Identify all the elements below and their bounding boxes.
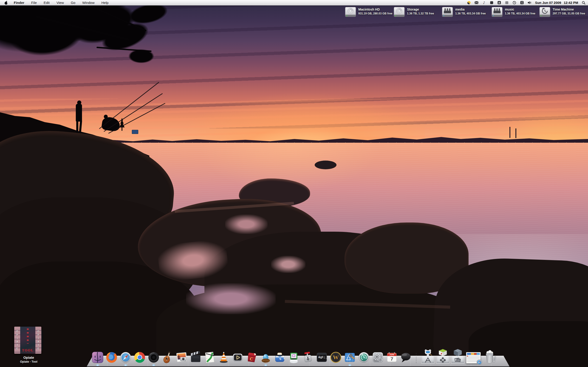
cover-side-text: OPIATE	[16, 330, 19, 350]
dock-item-iphoto[interactable]	[175, 351, 188, 364]
window-banner	[467, 353, 480, 355]
finder-icon	[91, 351, 104, 364]
dock-item-chat-bubble[interactable]	[400, 351, 412, 364]
eject-menu-icon[interactable]	[497, 1, 501, 5]
menu-go[interactable]: Go	[67, 0, 79, 6]
menu-file[interactable]: File	[28, 0, 40, 6]
dock-stack-packages[interactable]	[436, 349, 450, 364]
dock-trash-full[interactable]	[482, 349, 498, 364]
dock-item-media-player[interactable]	[232, 351, 244, 364]
dock-item-egg-nest[interactable]	[259, 351, 272, 364]
white-green-cube-icon	[438, 349, 447, 356]
cover-side-text: OPIATE	[37, 330, 40, 350]
dock-item-xcode[interactable]	[344, 351, 356, 364]
robot-alarm-icon	[423, 349, 433, 356]
trash-can-icon	[482, 349, 498, 364]
firefox-icon	[105, 351, 118, 364]
drive-name: media	[455, 8, 486, 11]
dock-separator	[416, 353, 416, 364]
bluetooth-menu-icon[interactable]	[520, 1, 524, 5]
stack-basket	[436, 356, 450, 364]
menu-bar-status: ♪ Sun Jun 07 2009 12:42 PM	[467, 1, 588, 5]
dock-item-world-of-warcraft[interactable]: W	[330, 351, 342, 364]
menu-window[interactable]: Window	[79, 0, 98, 6]
running-indicator	[96, 364, 99, 366]
drive-info: 297.77 GB, 31.05 GB free	[553, 12, 585, 15]
dock-item-vlc[interactable]	[217, 351, 230, 364]
wallpaper-post	[515, 128, 516, 138]
dock-item-speaker[interactable]	[147, 351, 160, 364]
desktop-icon-time-machine[interactable]: Time Machine 297.77 GB, 31.05 GB free	[539, 7, 585, 17]
dock-stack-photos[interactable]	[451, 349, 464, 364]
wow-icon: W	[330, 351, 342, 364]
drive-info: 1.36 TB, 403.34 GB free	[455, 12, 486, 15]
drive-info: 1.36 TB, 403.34 GB free	[505, 12, 536, 15]
system-preferences-gears-icon	[372, 351, 384, 364]
speaker-icon	[147, 351, 160, 364]
safari-badge-icon	[476, 359, 482, 365]
dock-minimized-safari-window[interactable]	[466, 352, 481, 364]
spaces-menu-icon[interactable]	[505, 1, 509, 5]
menu-help[interactable]: Help	[98, 0, 112, 6]
mail-menu-icon[interactable]	[474, 1, 478, 5]
apple-menu[interactable]	[2, 1, 10, 5]
desktop-icon-music[interactable]: music 1.36 TB, 403.34 GB free	[492, 7, 536, 17]
volume-menu-icon[interactable]	[527, 1, 531, 5]
menu-view[interactable]: View	[53, 0, 67, 6]
dock-item-toaster[interactable]	[274, 351, 286, 364]
terminal-icon: &gt;_	[316, 351, 328, 364]
dock-item-garageband[interactable]	[162, 351, 174, 364]
dock-item-detonator[interactable]	[302, 351, 314, 364]
ical-day: 7	[390, 356, 393, 361]
display-menu-icon[interactable]	[489, 1, 493, 5]
detonator-plunger-icon	[302, 351, 314, 364]
dock-item-system-preferences[interactable]	[372, 351, 384, 364]
dock-item-screenplay-page[interactable]	[204, 351, 216, 364]
music-note-menu-icon[interactable]: ♪	[482, 1, 486, 5]
rock-islet	[315, 161, 337, 169]
desktop-icon-media[interactable]: media 1.36 TB, 403.34 GB free	[442, 7, 486, 17]
desktop-icon-opiate-album[interactable]: OPIATE TOOL OPIATE Opiate Opiate - Tool	[13, 327, 64, 363]
running-indicator	[152, 364, 156, 366]
desktop-screen: Finder File Edit View Go Window Help ♪	[0, 0, 588, 367]
terminal-prompt: &gt;_	[318, 356, 327, 359]
menu-clock-date[interactable]: Sun Jun 07 2009	[535, 1, 561, 5]
pie-chart-menu-icon[interactable]	[467, 1, 471, 5]
time-machine-menu-icon[interactable]	[512, 1, 516, 5]
dock-item-safari[interactable]	[120, 351, 132, 364]
shared-drive-people-icon	[492, 7, 502, 17]
time-machine-icon	[358, 351, 370, 364]
xcode-blueprint-hammer-icon	[344, 351, 356, 364]
menu-finder[interactable]: Finder	[10, 0, 28, 6]
page-ribbon-pen-icon	[204, 351, 216, 364]
dock-item-candybar[interactable]: C	[246, 351, 258, 364]
dock-item-ical[interactable]: JUN 7	[386, 351, 398, 364]
cover-band-name: TOOL	[20, 348, 35, 352]
tidal-pool	[271, 256, 305, 273]
dock-item-chrome[interactable]	[133, 351, 146, 364]
tidal-pool	[186, 283, 276, 314]
dock-stack-applications[interactable]	[421, 349, 435, 364]
running-indicator	[264, 364, 268, 366]
menu-edit[interactable]: Edit	[40, 0, 53, 6]
standing-fisherman-silhouette	[76, 120, 78, 134]
photos-glyph	[454, 357, 461, 363]
cover-figure	[27, 328, 29, 344]
dock-item-firefox[interactable]	[105, 351, 118, 364]
dock-item-imovie[interactable]	[190, 351, 202, 364]
spotlight-menu-icon[interactable]	[582, 1, 586, 5]
wow-letter: W	[333, 354, 339, 361]
vlc-cone-icon	[217, 351, 230, 364]
internal-drive-icon	[394, 7, 405, 17]
dock-row: C	[91, 349, 498, 364]
toaster-icon	[274, 351, 286, 364]
drive-info: 1.36 TB, 1.32 TB free	[407, 12, 434, 15]
internal-drive-icon	[345, 7, 356, 17]
dock-item-finder[interactable]	[91, 351, 104, 364]
desktop-icon-macintosh-hd[interactable]: Macintosh HD 931.19 GB, 280.03 GB free	[345, 7, 392, 17]
dock-item-green-monitor[interactable]	[288, 351, 300, 364]
dock-item-time-machine[interactable]	[358, 351, 370, 364]
menu-clock-time[interactable]: 12:42 PM	[564, 1, 578, 5]
desktop-icon-storage[interactable]: Storage 1.36 TB, 1.32 TB free	[394, 7, 434, 17]
dock-item-terminal[interactable]: &gt;_	[316, 351, 328, 364]
